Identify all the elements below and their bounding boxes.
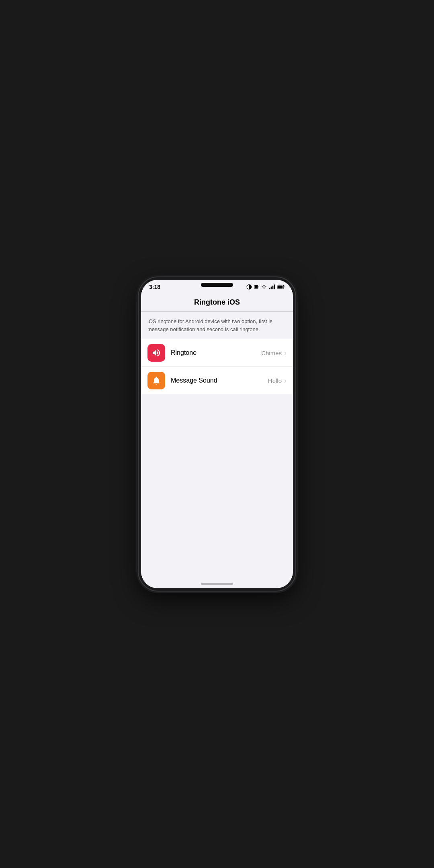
description-section: iOS ringtone for Android device with two…	[141, 312, 293, 339]
phone-frame: 3:18	[139, 277, 295, 591]
ringtone-chevron-icon: ›	[284, 349, 287, 357]
page-title: Ringtone iOS	[194, 298, 240, 306]
home-bar	[141, 579, 293, 588]
svg-rect-10	[277, 285, 283, 288]
status-icons	[246, 284, 285, 290]
svg-point-4	[264, 288, 264, 289]
message-sound-label: Message Sound	[171, 377, 268, 384]
earpiece	[201, 283, 233, 287]
title-bar: Ringtone iOS	[141, 293, 293, 312]
wifi-icon	[261, 285, 267, 289]
signal-icon	[269, 285, 275, 289]
svg-rect-3	[255, 286, 258, 288]
battery-icon	[277, 285, 285, 289]
bell-icon	[151, 376, 161, 385]
svg-rect-2	[258, 287, 258, 287]
status-time: 3:18	[149, 284, 160, 290]
message-sound-chevron-icon: ›	[284, 377, 287, 385]
svg-rect-7	[272, 286, 274, 289]
contrast-icon	[246, 284, 252, 290]
message-sound-value: Hello	[268, 377, 282, 384]
phone-screen: 3:18	[141, 280, 293, 588]
ringtone-value: Chimes	[261, 350, 282, 356]
home-indicator	[201, 583, 233, 585]
ringtone-label: Ringtone	[171, 349, 261, 356]
svg-rect-6	[271, 287, 272, 289]
message-sound-icon-wrap	[147, 372, 165, 389]
battery-saver-icon	[254, 284, 259, 290]
message-sound-list-item[interactable]: Message Sound Hello ›	[141, 367, 293, 394]
svg-rect-8	[274, 285, 275, 289]
volume-icon	[151, 348, 161, 358]
content-area	[141, 394, 293, 579]
ringtone-list-item[interactable]: Ringtone Chimes ›	[141, 339, 293, 367]
list-section: Ringtone Chimes › Message Sound Hello ›	[141, 339, 293, 394]
description-text: iOS ringtone for Android device with two…	[147, 317, 287, 333]
ringtone-icon-wrap	[147, 344, 165, 362]
svg-rect-5	[269, 288, 270, 289]
